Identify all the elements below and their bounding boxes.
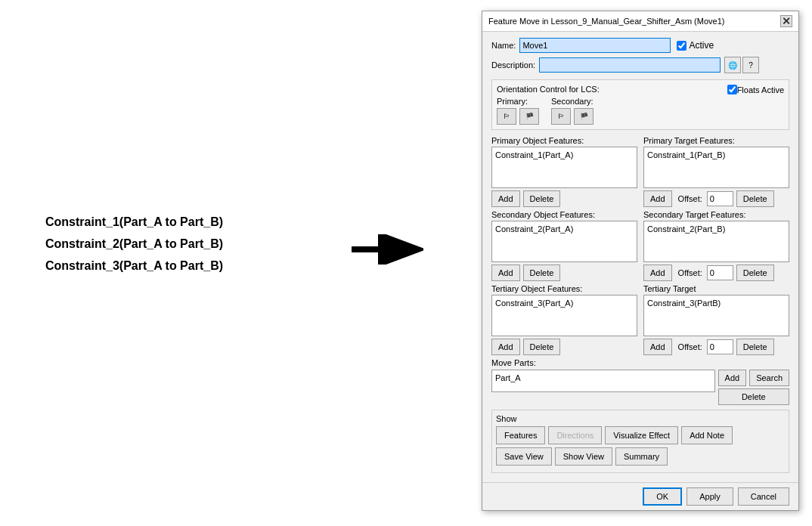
move-parts-search-button[interactable]: Search — [749, 370, 789, 386]
secondary-object-buttons: Add Delete — [491, 265, 637, 281]
secondary-flags: 🏳 🏴 — [551, 108, 594, 125]
dialog-title: Feature Move in Lesson_9_Manual_Gear_Shi… — [488, 17, 724, 26]
move-parts-buttons: Add Search Delete — [718, 370, 789, 405]
description-input[interactable] — [539, 57, 721, 73]
secondary-flag-1[interactable]: 🏳 — [551, 108, 571, 125]
primary-target-add-button[interactable]: Add — [643, 190, 672, 207]
primary-object-label: Primary Object Features: — [491, 136, 637, 145]
add-note-button[interactable]: Add Note — [681, 426, 733, 444]
visualize-effect-button[interactable]: Visualize Effect — [605, 426, 678, 444]
primary-features-row: Primary Object Features: Constraint_1(Pa… — [491, 136, 789, 207]
primary-label: Primary: — [497, 97, 539, 106]
tertiary-target-value: Constraint_3(PartB) — [647, 299, 721, 308]
move-parts-delete-button[interactable]: Delete — [718, 388, 789, 405]
move-parts-value: Part_A — [495, 373, 521, 382]
tertiary-target-box: Constraint_3(PartB) — [643, 295, 789, 336]
description-icons: 🌐 ? — [724, 57, 759, 73]
orientation-title: Orientation Control for LCS: — [497, 85, 600, 94]
primary-object-value: Constraint_1(Part_A) — [495, 150, 573, 159]
primary-object-add-button[interactable]: Add — [491, 190, 520, 207]
feature-move-dialog: Feature Move in Lesson_9_Manual_Gear_Shi… — [482, 11, 799, 511]
floats-active-label: Floats Active — [737, 85, 784, 94]
floats-active-row: Floats Active — [727, 85, 784, 94]
secondary-col: Secondary: 🏳 🏴 — [551, 97, 594, 125]
primary-object-box: Constraint_1(Part_A) — [491, 147, 637, 188]
secondary-target-delete-button[interactable]: Delete — [736, 265, 774, 281]
secondary-object-add-button[interactable]: Add — [491, 265, 520, 281]
name-label: Name: — [491, 41, 516, 50]
ok-button[interactable]: OK — [643, 487, 682, 506]
primary-object-buttons: Add Delete — [491, 190, 637, 207]
tertiary-target-label: Tertiary Target — [643, 284, 789, 293]
active-checkbox[interactable] — [677, 41, 686, 51]
icon-btn-2[interactable]: ? — [742, 57, 759, 73]
primary-target-box: Constraint_1(Part_B) — [643, 147, 789, 188]
tertiary-object-value: Constraint_3(Part_A) — [495, 299, 573, 308]
dialog-titlebar: Feature Move in Lesson_9_Manual_Gear_Shi… — [482, 11, 798, 32]
close-button[interactable]: ✕ — [780, 15, 792, 27]
primary-object-delete-button[interactable]: Delete — [523, 190, 561, 207]
primary-object-col: Primary Object Features: Constraint_1(Pa… — [491, 136, 637, 207]
primary-col: Primary: 🏳 🏴 — [497, 97, 539, 125]
tertiary-object-col: Tertiary Object Features: Constraint_3(P… — [491, 284, 637, 355]
primary-target-buttons: Add Offset: Delete — [643, 190, 789, 207]
primary-target-label: Primary Target Features: — [643, 136, 789, 145]
description-label: Description: — [491, 60, 535, 70]
directions-button[interactable]: Directions — [548, 426, 602, 444]
primary-flag-2[interactable]: 🏴 — [519, 108, 539, 125]
secondary-object-col: Secondary Object Features: Constraint_2(… — [491, 210, 637, 281]
constraint-list: Constraint_1(Part_A to Part_B) Constrain… — [45, 212, 223, 277]
tertiary-target-delete-button[interactable]: Delete — [736, 339, 774, 355]
offset-label-3: Offset: — [678, 342, 702, 351]
icon-btn-1[interactable]: 🌐 — [724, 57, 741, 73]
apply-button[interactable]: Apply — [686, 487, 733, 506]
secondary-target-buttons: Add Offset: Delete — [643, 265, 789, 281]
summary-button[interactable]: Summary — [615, 447, 668, 466]
tertiary-object-delete-button[interactable]: Delete — [523, 339, 561, 355]
offset-input-2[interactable] — [707, 265, 733, 280]
orientation-cols: Primary: 🏳 🏴 Secondary: — [497, 97, 600, 125]
primary-flag-1[interactable]: 🏳 — [497, 108, 516, 125]
arrow — [348, 234, 423, 265]
offset-label-2: Offset: — [678, 268, 702, 277]
dialog-body: Name: Active Description: 🌐 ? O — [482, 32, 798, 479]
tertiary-target-buttons: Add Offset: Delete — [643, 339, 789, 355]
tertiary-features-row: Tertiary Object Features: Constraint_3(P… — [491, 284, 789, 355]
features-button[interactable]: Features — [496, 426, 545, 444]
secondary-target-value: Constraint_2(Part_B) — [647, 224, 725, 234]
tertiary-target-col: Tertiary Target Constraint_3(PartB) Add … — [643, 284, 789, 355]
description-row: Description: 🌐 ? — [491, 57, 789, 73]
show-buttons-row-1: Features Directions Visualize Effect Add… — [496, 426, 785, 444]
move-parts-add-button[interactable]: Add — [718, 370, 747, 386]
secondary-object-delete-button[interactable]: Delete — [523, 265, 561, 281]
floats-active-checkbox[interactable] — [727, 85, 737, 94]
tertiary-target-add-button[interactable]: Add — [643, 339, 672, 355]
move-parts-row: Part_A Add Search Delete — [491, 370, 789, 405]
primary-flags: 🏳 🏴 — [497, 108, 539, 125]
dialog-footer: OK Apply Cancel — [482, 482, 798, 510]
tertiary-object-buttons: Add Delete — [491, 339, 637, 355]
secondary-target-label: Secondary Target Features: — [643, 210, 789, 219]
primary-target-col: Primary Target Features: Constraint_1(Pa… — [643, 136, 789, 207]
save-view-button[interactable]: Save View — [496, 447, 552, 466]
secondary-target-box: Constraint_2(Part_B) — [643, 221, 789, 262]
secondary-target-col: Secondary Target Features: Constraint_2(… — [643, 210, 789, 281]
show-buttons-row-2: Save View Show View Summary — [496, 447, 785, 466]
offset-label-1: Offset: — [678, 194, 702, 203]
cancel-button[interactable]: Cancel — [738, 487, 789, 506]
orientation-section: Orientation Control for LCS: Primary: 🏳 … — [491, 79, 789, 130]
secondary-object-value: Constraint_2(Part_A) — [495, 224, 573, 234]
move-parts-section: Move Parts: Part_A Add Search Delete — [491, 358, 789, 405]
secondary-target-add-button[interactable]: Add — [643, 265, 672, 281]
active-checkbox-row: Active — [677, 40, 714, 51]
show-view-button[interactable]: Show View — [555, 447, 612, 466]
offset-input-3[interactable] — [707, 339, 733, 354]
secondary-flag-2[interactable]: 🏴 — [574, 108, 594, 125]
primary-target-delete-button[interactable]: Delete — [736, 190, 774, 207]
secondary-features-row: Secondary Object Features: Constraint_2(… — [491, 210, 789, 281]
active-label: Active — [689, 40, 714, 51]
tertiary-object-add-button[interactable]: Add — [491, 339, 520, 355]
offset-input-1[interactable] — [707, 191, 733, 206]
show-label: Show — [496, 414, 785, 423]
name-input[interactable] — [519, 38, 671, 53]
